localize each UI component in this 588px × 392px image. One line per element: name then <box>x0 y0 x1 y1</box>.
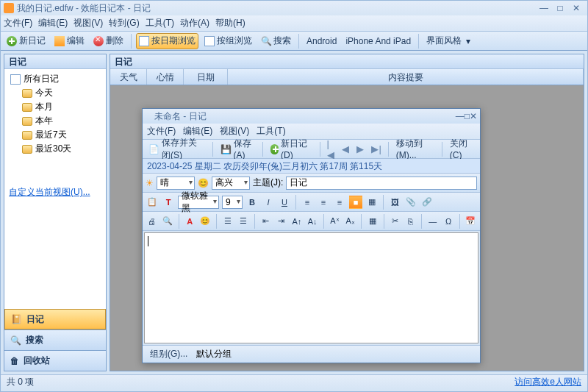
dialog-maximize[interactable]: □ <box>465 111 470 121</box>
font-color-icon[interactable]: T <box>162 196 175 209</box>
menu-action[interactable]: 动作(A) <box>180 17 209 29</box>
hr-icon[interactable]: — <box>426 215 439 228</box>
underline-icon[interactable]: U <box>278 196 291 209</box>
attach-icon[interactable]: 📎 <box>404 196 417 209</box>
col-mood[interactable]: 心情 <box>147 69 184 85</box>
find-icon[interactable]: 🔍 <box>161 215 173 228</box>
edit-button[interactable]: 编辑 <box>51 33 87 49</box>
col-weather[interactable]: 天气 <box>110 69 147 85</box>
sub-icon[interactable]: A↓ <box>306 215 319 228</box>
symbol-icon[interactable]: Ω <box>442 215 454 228</box>
font-select[interactable]: 微软雅黑 <box>178 196 219 209</box>
bold-icon[interactable]: B <box>245 196 259 209</box>
italic-icon[interactable]: I <box>262 196 275 209</box>
nav-prev[interactable]: ◀ <box>340 143 351 154</box>
dialog-minimize[interactable]: — <box>456 111 465 121</box>
superscript-icon[interactable]: Aˣ <box>329 215 341 228</box>
save-icon: 💾 <box>220 144 232 154</box>
print-icon[interactable]: 🖨 <box>146 215 158 228</box>
browse-by-group-button[interactable]: 按组浏览 <box>201 33 255 49</box>
search-button[interactable]: 🔍搜索 <box>258 33 294 49</box>
tree-item-year[interactable]: 本年 <box>7 114 103 128</box>
subscript-icon[interactable]: Aₓ <box>344 215 356 228</box>
bg-color-icon[interactable]: ▦ <box>365 196 379 209</box>
dialog-close[interactable]: ✕ <box>470 111 477 121</box>
mood-select[interactable]: 高兴 <box>212 177 250 190</box>
col-summary[interactable]: 内容提要 <box>228 69 584 85</box>
calendar-icon <box>139 36 149 46</box>
nav-recycle[interactable]: 🗑回收站 <box>4 350 106 371</box>
menu-tools[interactable]: 工具(T) <box>146 17 174 29</box>
diary-tree: 所有日记 今天 本月 本年 最近7天 最近30天 <box>4 69 106 183</box>
tree-root[interactable]: 所有日记 <box>7 72 103 86</box>
table-icon[interactable]: ▦ <box>366 215 379 228</box>
app-icon <box>4 3 14 13</box>
indent-icon[interactable]: ⇥ <box>275 215 287 228</box>
android-button[interactable]: Android <box>304 33 340 49</box>
image-icon[interactable]: 🖼 <box>388 196 401 209</box>
dlg-new-diary-button[interactable]: 新日记(D) <box>268 141 315 157</box>
menu-view[interactable]: 视图(V) <box>74 17 103 29</box>
menu-goto[interactable]: 转到(G) <box>109 17 139 29</box>
maximize-button[interactable]: □ <box>552 3 568 13</box>
grid-body[interactable]: 未命名 - 日记 — □ ✕ 文件(F) 编辑(E) 视图(V) 工具(T) 📄… <box>110 85 584 371</box>
nav-search[interactable]: 🔍搜索 <box>4 329 106 350</box>
menu-help[interactable]: 帮助(H) <box>215 17 245 29</box>
outdent-icon[interactable]: ⇤ <box>259 215 272 228</box>
group-button[interactable]: 组别(G)... <box>147 346 190 363</box>
save-close-icon: 📄 <box>148 144 159 154</box>
tree-item-7days[interactable]: 最近7天 <box>7 128 103 142</box>
editor-textarea[interactable] <box>144 232 478 343</box>
tree-item-30days[interactable]: 最近30天 <box>7 142 103 156</box>
delete-button[interactable]: 删除 <box>90 33 126 49</box>
emoji-icon[interactable]: 😊 <box>199 215 212 228</box>
align-center-icon[interactable]: ≡ <box>317 196 330 209</box>
status-bar: 共 0 项 访问高效e人网站 <box>1 374 587 389</box>
align-right-icon[interactable]: ≡ <box>333 196 346 209</box>
window-title: 我的日记.edfw - 效能日记本 - 日记 <box>17 2 151 15</box>
website-link[interactable]: 访问高效e人网站 <box>514 376 581 388</box>
col-date[interactable]: 日期 <box>184 69 228 85</box>
dlg-menu-edit[interactable]: 编辑(E) <box>183 125 212 138</box>
mood-icon: 😊 <box>198 178 209 188</box>
browse-by-date-button[interactable]: 按日期浏览 <box>136 33 198 49</box>
nav-last[interactable]: ▶| <box>369 143 383 154</box>
dlg-menu-view[interactable]: 视图(V) <box>220 125 249 138</box>
copy-icon[interactable]: ⎘ <box>404 215 417 228</box>
save-button[interactable]: 💾保存(A) <box>218 141 258 157</box>
subject-input[interactable] <box>286 177 477 190</box>
tree-item-today[interactable]: 今天 <box>7 86 103 100</box>
weather-select[interactable]: 晴 <box>157 177 195 190</box>
nav-next[interactable]: ▶ <box>354 143 366 154</box>
minimize-button[interactable]: — <box>536 3 552 13</box>
new-diary-button[interactable]: 新日记 <box>4 33 49 49</box>
nav-first[interactable]: |◀ <box>325 138 337 160</box>
dlg-menu-tools[interactable]: 工具(T) <box>257 125 285 138</box>
dialog-title: 未命名 - 日记 <box>154 110 207 123</box>
sup-icon[interactable]: A↑ <box>290 215 303 228</box>
moveto-button[interactable]: 移动到(M)... <box>393 141 437 157</box>
custom-view-link[interactable]: 自定义当前视图(U)... <box>9 187 90 197</box>
align-left-icon[interactable]: ≡ <box>301 196 314 209</box>
menu-edit[interactable]: 编辑(E) <box>38 17 68 29</box>
highlight-icon[interactable]: ■ <box>349 196 362 209</box>
dlg-close-button[interactable]: 关闭(C) <box>447 141 477 157</box>
dlg-menu-file[interactable]: 文件(F) <box>147 125 176 138</box>
close-button[interactable]: ✕ <box>568 3 584 13</box>
tree-item-month[interactable]: 本月 <box>7 100 103 114</box>
menu-file[interactable]: 文件(F) <box>4 17 32 29</box>
link-icon[interactable]: 🔗 <box>420 196 434 209</box>
date-icon[interactable]: 📅 <box>465 215 477 228</box>
size-select[interactable]: 9 <box>222 196 243 209</box>
interface-style-button[interactable]: 界面风格▾ <box>423 33 473 49</box>
save-close-button[interactable]: 📄保存并关闭(S) <box>146 141 208 157</box>
nav-diary[interactable]: 📔日记 <box>4 309 106 329</box>
dialog-titlebar[interactable]: 未命名 - 日记 — □ ✕ <box>143 109 480 124</box>
iphone-button[interactable]: iPhone And iPad <box>343 33 414 49</box>
number-list-icon[interactable]: ☰ <box>237 215 249 228</box>
sidebar-header: 日记 <box>4 54 106 69</box>
cut-icon[interactable]: ✂ <box>389 215 401 228</box>
bullet-list-icon[interactable]: ☰ <box>221 215 234 228</box>
text-color-icon[interactable]: A <box>184 215 196 228</box>
paste-icon[interactable]: 📋 <box>146 196 159 209</box>
